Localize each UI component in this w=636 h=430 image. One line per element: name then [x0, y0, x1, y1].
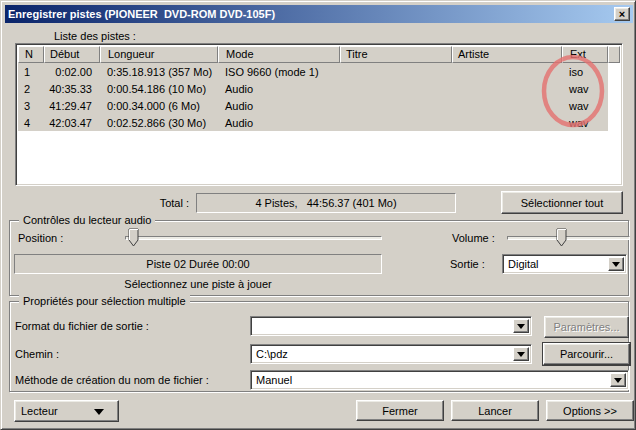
column-header-longueur[interactable]: Longueur — [100, 46, 218, 63]
naming-method-label: Méthode de création du nom de fichier : — [15, 374, 209, 386]
close-icon: × — [619, 9, 625, 20]
volume-slider-thumb[interactable] — [556, 228, 568, 250]
cell-n: 1 — [18, 66, 44, 78]
cell-mode: Audio — [218, 83, 340, 95]
cell-debut: 0:02.00 — [44, 66, 100, 78]
cell-mode: Audio — [218, 100, 340, 112]
start-label: Lancer — [478, 405, 512, 417]
position-label: Position : — [18, 232, 63, 244]
chevron-down-icon — [614, 378, 622, 387]
output-format-dropdown-button[interactable] — [513, 319, 529, 333]
output-format-select[interactable] — [250, 316, 532, 336]
player-status-box: Piste 02 Durée 00:00 — [14, 254, 382, 274]
track-rows: 10:02.000:35.18.913 (357 Mo)ISO 9660 (mo… — [18, 63, 620, 131]
track-list-label: Liste des pistes : — [54, 30, 136, 42]
column-header-filler — [608, 46, 620, 63]
total-value: 4 Pistes, 44:56.37 (401 Mo) — [196, 193, 456, 213]
total-label: Total : — [101, 197, 189, 209]
cell-debut: 42:03.47 — [44, 117, 100, 129]
player-status-text: Piste 02 Durée 00:00 — [146, 258, 249, 270]
cell-n: 2 — [18, 83, 44, 95]
select-all-label: Sélectionner tout — [521, 197, 604, 209]
output-dropdown-button[interactable] — [608, 257, 624, 271]
volume-label: Volume : — [452, 232, 495, 244]
column-header-ext[interactable]: Ext — [562, 46, 608, 63]
naming-method-value: Manuel — [256, 374, 292, 386]
path-dropdown-button[interactable] — [513, 347, 529, 361]
record-tracks-dialog: Enregistrer pistes (PIONEER DVD-ROM DVD-… — [0, 0, 636, 430]
close-dialog-button[interactable]: Fermer — [356, 400, 444, 421]
options-label: Options >> — [563, 405, 617, 417]
track-row[interactable]: 341:29.470:00.34.000 (6 Mo)Audiowav — [18, 97, 608, 114]
volume-slider-track[interactable] — [507, 236, 630, 240]
cell-longueur: 0:35.18.913 (357 Mo) — [100, 66, 218, 78]
cell-n: 4 — [18, 117, 44, 129]
chevron-down-icon — [94, 409, 104, 420]
position-slider-track[interactable] — [125, 236, 382, 240]
window-title: Enregistrer pistes (PIONEER DVD-ROM DVD-… — [8, 8, 275, 20]
cell-ext: wav — [562, 100, 608, 112]
close-button[interactable]: × — [614, 7, 630, 21]
cell-ext: iso — [562, 66, 608, 78]
track-list[interactable]: N Début Longueur Mode Titre Artiste Ext … — [15, 43, 623, 186]
titlebar[interactable]: Enregistrer pistes (PIONEER DVD-ROM DVD-… — [5, 5, 633, 23]
total-value-text: 4 Pistes, 44:56.37 (401 Mo) — [255, 197, 396, 209]
naming-method-select[interactable]: Manuel — [250, 370, 629, 390]
player-controls-legend: Contrôles du lecteur audio — [19, 214, 155, 226]
output-value: Digital — [508, 258, 539, 270]
player-controls-group: Contrôles du lecteur audio Position : Vo… — [9, 220, 629, 296]
track-row[interactable]: 240:35.330:00.54.186 (10 Mo)Audiowav — [18, 80, 608, 97]
column-header-artiste[interactable]: Artiste — [452, 46, 562, 63]
column-header-debut[interactable]: Début — [44, 46, 100, 63]
output-label: Sortie : — [450, 258, 485, 270]
settings-button: Paramètres... — [544, 316, 629, 338]
position-slider-thumb[interactable] — [128, 228, 140, 250]
track-list-header: N Début Longueur Mode Titre Artiste Ext — [18, 46, 620, 63]
player-menu-label: Lecteur — [21, 405, 58, 417]
cell-longueur: 0:00.34.000 (6 Mo) — [100, 100, 218, 112]
close-dialog-label: Fermer — [382, 405, 417, 417]
chevron-down-icon — [517, 324, 525, 333]
column-header-n[interactable]: N — [18, 46, 44, 63]
cell-ext: wav — [562, 117, 608, 129]
selection-properties-legend: Propriétés pour sélection multiple — [19, 295, 190, 307]
track-row[interactable]: 442:03.470:02.52.866 (30 Mo)Audiowav — [18, 114, 608, 131]
column-header-mode[interactable]: Mode — [218, 46, 340, 63]
cell-debut: 41:29.47 — [44, 100, 100, 112]
track-row[interactable]: 10:02.000:35.18.913 (357 Mo)ISO 9660 (mo… — [18, 63, 608, 80]
path-value: C:\pdz — [256, 348, 288, 360]
options-button[interactable]: Options >> — [546, 400, 634, 421]
path-select[interactable]: C:\pdz — [250, 344, 532, 364]
start-button[interactable]: Lancer — [451, 400, 539, 421]
player-menu-button[interactable]: Lecteur — [14, 400, 119, 422]
output-format-label: Format du fichier de sortie : — [15, 320, 149, 332]
player-hint: Sélectionnez une piste à jouer — [14, 278, 382, 290]
column-header-titre[interactable]: Titre — [340, 46, 452, 63]
select-all-button[interactable]: Sélectionner tout — [501, 191, 623, 214]
cell-mode: ISO 9660 (mode 1) — [218, 66, 340, 78]
cell-ext: wav — [562, 83, 608, 95]
cell-n: 3 — [18, 100, 44, 112]
browse-button-label: Parcourir... — [560, 348, 613, 360]
browse-button[interactable]: Parcourir... — [543, 343, 630, 365]
selection-properties-group: Propriétés pour sélection multiple Forma… — [9, 301, 629, 392]
cell-mode: Audio — [218, 117, 340, 129]
output-select[interactable]: Digital — [502, 254, 627, 274]
path-label: Chemin : — [15, 348, 59, 360]
cell-debut: 40:35.33 — [44, 83, 100, 95]
settings-button-label: Paramètres... — [553, 321, 619, 333]
chevron-down-icon — [517, 352, 525, 361]
cell-longueur: 0:02.52.866 (30 Mo) — [100, 117, 218, 129]
chevron-down-icon — [612, 262, 620, 271]
naming-method-dropdown-button[interactable] — [610, 373, 626, 387]
cell-longueur: 0:00.54.186 (10 Mo) — [100, 83, 218, 95]
